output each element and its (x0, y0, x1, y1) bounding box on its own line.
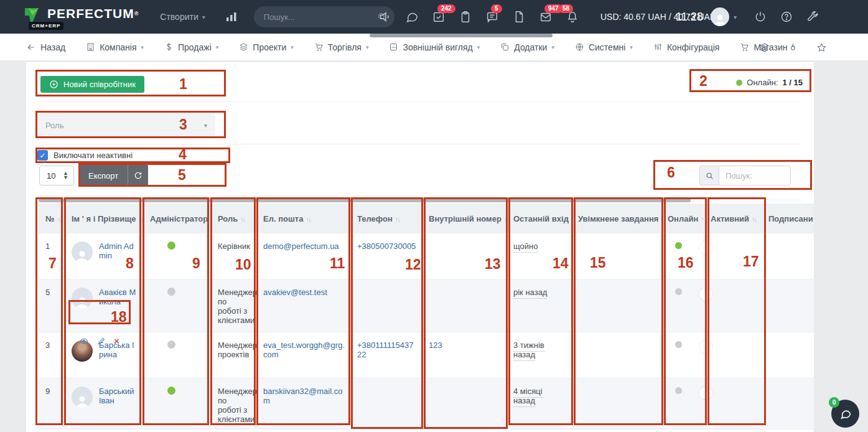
nav-config[interactable]: Конфігурація (653, 42, 720, 52)
document-icon[interactable] (511, 9, 526, 24)
col-active-task[interactable]: Увімкнене завдання (571, 204, 661, 233)
mail-icon[interactable]: 947 (538, 9, 553, 24)
nav-sales[interactable]: Продажі▾ (164, 42, 218, 52)
online-dot-icon (736, 80, 742, 86)
logout-icon[interactable] (754, 11, 767, 23)
comments-icon[interactable]: 5 (485, 9, 500, 24)
col-internal-number[interactable]: Внутрішній номер (422, 204, 506, 233)
phone-link[interactable]: +38011111543722 (357, 340, 414, 359)
table-row[interactable]: 9 Барський Іван Менеджер по роботі з клі… (39, 378, 814, 429)
employees-table: № Ім ' я і Прізвище Адміністратор Роль Е… (39, 204, 814, 430)
col-number[interactable]: № (39, 204, 65, 233)
col-email[interactable]: Ел. пошта (256, 204, 350, 233)
email-link[interactable]: avakiev@test.test (263, 288, 327, 297)
online-counter: Онлайн: 1 / 15 (736, 78, 803, 87)
table-row[interactable]: 3 Барська Ірина Менеджер проектів eva_te… (39, 332, 814, 378)
nav-system[interactable]: Системні▾ (575, 42, 633, 52)
nav-projects[interactable]: Проекти▾ (239, 42, 293, 52)
brand-logo[interactable]: PERFECTUM® CRM+ERP (24, 7, 139, 27)
sound-icon[interactable] (378, 9, 393, 24)
email-link[interactable]: demo@perfectum.ua (263, 242, 339, 251)
image-icon (389, 42, 398, 52)
chat-bubble-icon (839, 407, 852, 421)
view-icon[interactable] (79, 337, 89, 345)
online-status-dot (675, 288, 682, 295)
email-link[interactable]: barskiivan32@mail.com (263, 387, 342, 405)
search-icon (699, 166, 719, 185)
global-search-input[interactable] (254, 6, 394, 27)
table-search-input[interactable] (719, 166, 791, 185)
comments-badge: 5 (491, 4, 502, 13)
new-employee-button[interactable]: Новий співробітник (40, 76, 144, 93)
last-login-value: рік назад (513, 288, 547, 299)
tasks-badge: 242 (437, 4, 455, 13)
table-row[interactable]: 1 Admin Admin Керівник demo@perfectum.ua… (39, 233, 814, 279)
nav-scrollbar[interactable] (370, 34, 553, 37)
cart-icon (314, 42, 324, 52)
chat-unread-badge: 0 (829, 397, 839, 408)
notifications-icon[interactable]: 58 (565, 9, 580, 24)
copy-icon (500, 42, 510, 52)
chat-icon[interactable] (404, 9, 419, 24)
col-phone[interactable]: Телефон (350, 204, 422, 233)
edit-icon[interactable] (97, 337, 106, 345)
nav-back[interactable]: Назад (26, 42, 65, 52)
employee-link[interactable]: Барський Іван (99, 387, 138, 408)
spinner-arrows-icon: ▲▼ (63, 171, 68, 180)
delete-icon[interactable]: × (114, 337, 119, 345)
last-login-value: 4 місяці назад (513, 387, 543, 407)
globe-icon (575, 42, 584, 52)
col-last-login[interactable]: Останній вхід (506, 204, 571, 233)
table-scrollbar-thumb[interactable] (39, 198, 691, 202)
admin-status-dot (167, 288, 175, 296)
table-row[interactable]: 5 Авакієв Микола × Менеджер по роботі з … (39, 279, 814, 332)
flame-icon[interactable] (788, 42, 798, 53)
col-subscribed[interactable]: Подписани (762, 204, 814, 233)
clock: 11:28 (676, 0, 703, 34)
nav-addons[interactable]: Додатки▾ (500, 42, 554, 52)
star-icon[interactable] (816, 42, 827, 53)
main-nav: Назад Компанія▾ Продажі▾ Проекти▾ Торгів… (0, 34, 868, 61)
online-status-dot (675, 242, 682, 249)
building-icon (86, 42, 95, 52)
col-role[interactable]: Роль (211, 204, 256, 233)
nav-company[interactable]: Компанія▾ (86, 42, 144, 52)
col-name[interactable]: Ім ' я і Прізвище (65, 204, 143, 233)
exclude-inactive-checkbox[interactable]: ✓ Виключати неактивні (37, 150, 133, 161)
brand-name: PERFECTUM® (47, 7, 139, 21)
col-administrator[interactable]: Адміністратор (143, 204, 211, 233)
phone-link[interactable]: +380500730005 (357, 242, 416, 251)
nav-trade[interactable]: Торгівля▾ (314, 42, 369, 52)
layers-icon (239, 42, 248, 52)
avatar (711, 7, 729, 26)
global-search (238, 6, 394, 27)
help-icon[interactable] (780, 11, 793, 23)
layers-icon[interactable] (759, 42, 770, 53)
settings-wrench-icon[interactable] (806, 11, 819, 23)
refresh-icon[interactable] (128, 164, 148, 187)
online-status-dot (675, 341, 682, 348)
employee-link[interactable]: Admin Admin (99, 242, 138, 263)
employee-link[interactable]: Авакієв Микола (99, 288, 138, 309)
table-search (699, 166, 791, 185)
page-size-select[interactable]: 10 ▲▼ (39, 166, 74, 185)
export-button[interactable]: Експорт (79, 164, 148, 187)
internal-number-link[interactable]: 123 (429, 340, 442, 350)
table-header-row: № Ім ' я і Прізвище Адміністратор Роль Е… (39, 204, 814, 233)
admin-status-dot (167, 242, 175, 250)
checkbox-checked-icon: ✓ (37, 150, 48, 161)
role-filter-select[interactable]: Роль▾ (37, 114, 215, 136)
nav-appearance[interactable]: Зовнішній вигляд▾ (389, 42, 480, 52)
clipboard-icon[interactable] (458, 9, 473, 24)
col-active[interactable]: Активний (704, 204, 762, 233)
stats-icon[interactable] (225, 11, 238, 23)
dollar-icon (164, 42, 174, 52)
table-scrollbar[interactable] (39, 198, 801, 202)
chevron-down-icon: ▾ (734, 14, 737, 21)
user-menu[interactable]: ▾ (711, 7, 737, 26)
email-link[interactable]: eva_test.worggh@grg.com (263, 340, 345, 359)
create-menu[interactable]: Створити▾ (160, 12, 205, 22)
row-actions: × (79, 337, 119, 345)
col-online[interactable]: Онлайн (661, 204, 704, 233)
tasks-icon[interactable]: 242 (431, 9, 446, 24)
